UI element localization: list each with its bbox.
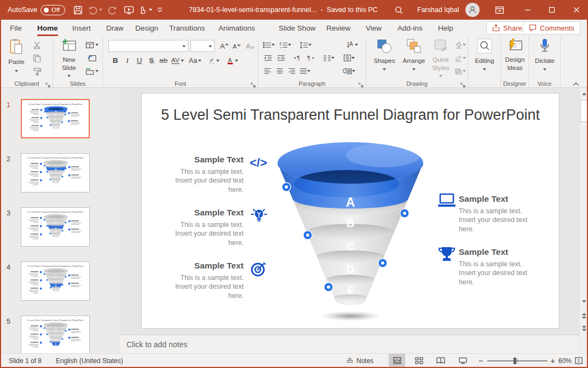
zoom-out-button[interactable]: − (479, 354, 483, 367)
font-size-combobox[interactable] (191, 40, 215, 52)
decrease-indent-button[interactable] (262, 52, 274, 63)
slide-title[interactable]: 5 Level Semi Transparent Funnel Diagram … (142, 107, 559, 124)
align-text-button[interactable] (341, 52, 357, 63)
tab-slide-show[interactable]: Slide Show (278, 20, 317, 36)
tab-add-ins[interactable]: Add-ins (396, 20, 424, 36)
shape-fill-button[interactable] (453, 39, 467, 50)
scroll-down-button[interactable] (580, 297, 588, 306)
ltr-direction-button[interactable]: ¶ (291, 52, 303, 63)
text-shadow-button[interactable]: S (146, 55, 157, 66)
paragraph-dialog-launcher[interactable] (359, 80, 364, 86)
increase-font-size-button[interactable]: A (218, 40, 230, 51)
convert-to-smartart-button[interactable] (341, 66, 357, 77)
line-spacing-button[interactable] (298, 39, 313, 50)
text-block-left-1[interactable]: Sample Text This is a sample text. Inser… (151, 155, 244, 194)
new-slide-button[interactable]: New Slide (56, 37, 82, 80)
redo-button[interactable] (107, 0, 117, 20)
save-button[interactable] (73, 0, 83, 20)
account-avatar[interactable] (465, 0, 480, 20)
align-center-button[interactable] (274, 66, 286, 77)
scrollbar-thumb[interactable] (580, 100, 587, 122)
zoom-in-button[interactable]: + (550, 354, 555, 367)
customize-qat-button[interactable] (157, 0, 163, 20)
previous-slide-button[interactable] (580, 311, 588, 320)
strikethrough-button[interactable]: ab (158, 55, 169, 66)
trophy-icon[interactable] (437, 246, 456, 265)
dictate-button[interactable]: Dictate (532, 37, 557, 73)
increase-indent-button[interactable] (275, 52, 287, 63)
tab-review[interactable]: Review (325, 20, 351, 36)
slide-thumbnail-2[interactable]: 5 Level Semi Transparent Funnel Diagram … (21, 153, 90, 192)
slide-thumbnail-1[interactable]: 5 Level Semi Transparent Funnel Diagram … (21, 99, 90, 138)
comments-button[interactable]: Comments (523, 21, 580, 34)
bullets-button[interactable] (262, 39, 276, 50)
slide-sorter-view-button[interactable] (411, 354, 427, 367)
bold-button[interactable]: B (109, 55, 121, 66)
slide-canvas[interactable]: 5 Level Semi Transparent Funnel Diagram … (141, 93, 560, 329)
underline-button[interactable]: U (134, 55, 145, 66)
tab-view[interactable]: View (365, 20, 383, 36)
next-slide-button[interactable] (580, 324, 588, 333)
font-name-combobox[interactable] (108, 40, 188, 52)
arrange-button[interactable]: Arrange (400, 37, 428, 73)
ribbon-display-options-button[interactable] (492, 0, 507, 20)
slide-thumbnail-5[interactable]: 5 Level Semi Transparent Funnel Diagram … (21, 316, 90, 353)
design-ideas-button[interactable]: Design Ideas (502, 37, 528, 72)
layout-button[interactable] (84, 39, 100, 50)
format-painter-button[interactable] (31, 66, 43, 77)
code-icon[interactable]: </> (249, 155, 268, 173)
funnel-diagram[interactable]: A B C D E (270, 140, 434, 326)
rtl-direction-button[interactable]: ¶ (304, 52, 316, 63)
collapse-ribbon-button[interactable] (573, 79, 581, 85)
italic-button[interactable]: I (122, 55, 133, 66)
text-block-right-2[interactable]: Sample Text This is a sample text. Inser… (459, 247, 541, 287)
clear-formatting-button[interactable]: A (244, 40, 256, 51)
text-highlight-button[interactable] (208, 55, 220, 66)
text-block-right-1[interactable]: Sample Text This is a sample text. Inser… (459, 194, 541, 233)
tab-design[interactable]: Design (134, 20, 159, 36)
align-left-button[interactable] (262, 66, 274, 77)
zoom-slider[interactable] (487, 360, 547, 361)
share-button[interactable]: Share (486, 21, 528, 34)
align-right-button[interactable] (286, 66, 298, 77)
font-color-button[interactable]: A (227, 55, 238, 66)
lightbulb-icon[interactable] (250, 207, 269, 225)
drawing-dialog-launcher[interactable] (460, 80, 466, 86)
laptop-icon[interactable] (437, 193, 456, 212)
tab-draw[interactable]: Draw (105, 20, 125, 36)
slide-thumbnail-4[interactable]: 5 Level Semi Transparent Funnel Diagram … (21, 261, 90, 301)
paste-button[interactable]: Paste (5, 37, 27, 74)
tab-help[interactable]: Help (437, 20, 454, 36)
close-button[interactable] (567, 0, 586, 20)
touch-mouse-mode-button[interactable] (138, 0, 152, 20)
character-spacing-button[interactable]: AV (172, 55, 183, 66)
numbering-button[interactable] (278, 39, 292, 50)
fit-slide-to-window-button[interactable] (572, 354, 586, 367)
shape-effects-button[interactable] (453, 66, 467, 77)
quick-styles-button[interactable]: Quick Styles (429, 37, 453, 80)
target-icon[interactable] (250, 260, 269, 278)
reset-slide-button[interactable] (84, 52, 100, 63)
text-block-left-3[interactable]: Sample Text This is a sample text. Inser… (151, 261, 244, 300)
copy-button[interactable] (31, 52, 43, 63)
columns-button[interactable] (321, 52, 336, 63)
font-dialog-launcher[interactable] (251, 80, 256, 86)
minimize-button[interactable] (519, 0, 537, 20)
undo-button[interactable] (89, 0, 102, 20)
notes-toggle-button[interactable]: Notes (346, 354, 373, 367)
zoom-level[interactable]: 60% (558, 354, 572, 367)
scroll-up-button[interactable] (580, 89, 588, 98)
clipboard-dialog-launcher[interactable] (45, 80, 51, 86)
maximize-button[interactable] (543, 0, 561, 20)
slideshow-view-button[interactable] (454, 354, 471, 367)
tab-file[interactable]: File (9, 20, 23, 36)
start-presentation-button[interactable] (124, 0, 134, 20)
text-block-left-2[interactable]: Sample Text This is a sample text. Inser… (151, 208, 244, 247)
tab-transitions[interactable]: Transitions (168, 20, 206, 36)
section-button[interactable] (84, 66, 100, 77)
autosave-toggle[interactable]: Off (41, 0, 65, 20)
zoom-slider-thumb[interactable] (514, 358, 516, 364)
shapes-button[interactable]: Shapes (371, 37, 398, 73)
cut-button[interactable] (31, 39, 43, 50)
change-case-button[interactable]: Aa (189, 55, 201, 66)
